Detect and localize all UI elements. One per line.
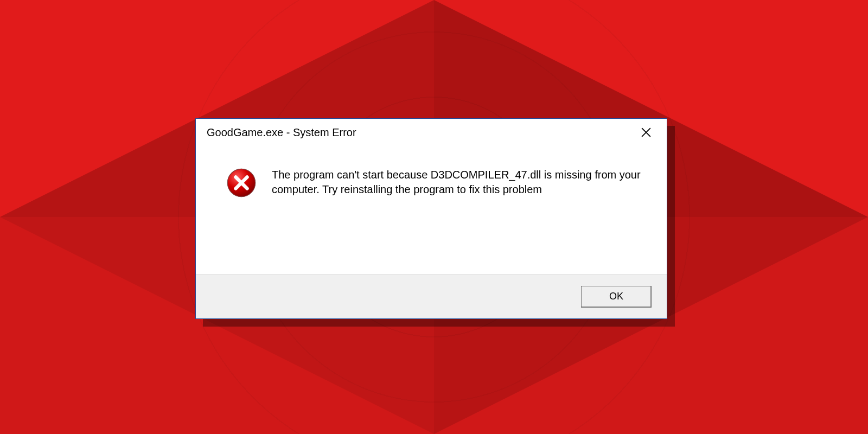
dialog-body: The program can't start because D3DCOMPI… (196, 146, 667, 274)
ok-button-label: OK (609, 291, 623, 302)
error-dialog: GoodGame.exe - System Error The program … (195, 118, 667, 319)
dialog-titlebar[interactable]: GoodGame.exe - System Error (196, 119, 667, 146)
ok-button[interactable]: OK (581, 286, 652, 308)
dialog-title: GoodGame.exe - System Error (207, 126, 633, 139)
close-button[interactable] (633, 123, 659, 142)
close-icon (641, 127, 651, 137)
error-message: The program can't start because D3DCOMPI… (272, 168, 641, 197)
dialog-footer: OK (196, 274, 667, 318)
error-icon (226, 168, 257, 198)
